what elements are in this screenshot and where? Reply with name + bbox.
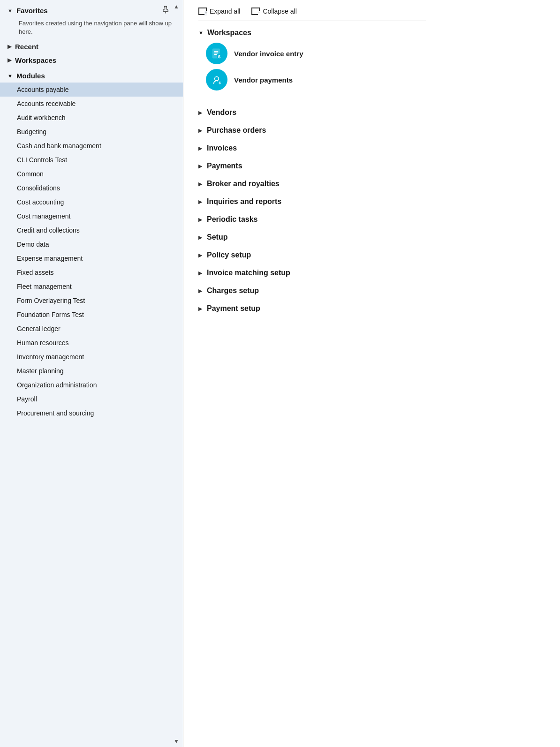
recent-label: Recent: [15, 43, 38, 51]
menu-section-label-policy-setup: Policy setup: [207, 251, 251, 259]
modules-section: ▼ Modules Accounts payableAccounts recei…: [0, 69, 183, 420]
menu-section-inquiries-reports[interactable]: ▶Inquiries and reports: [198, 193, 426, 211]
sidebar-item-demo-data[interactable]: Demo data: [0, 237, 183, 251]
sidebar-item-human-resources[interactable]: Human resources: [0, 336, 183, 350]
sidebar-item-consolidations[interactable]: Consolidations: [0, 181, 183, 195]
sidebar-item-procurement[interactable]: Procurement and sourcing: [0, 406, 183, 420]
menu-section-label-payment-setup: Payment setup: [207, 304, 260, 313]
modules-header[interactable]: ▼ Modules: [0, 69, 183, 83]
workspaces-label: Workspaces: [15, 56, 56, 64]
svg-point-7: [215, 77, 219, 81]
sidebar-item-fixed-assets[interactable]: Fixed assets: [0, 265, 183, 279]
purchase-orders-tri-icon: ▶: [198, 128, 202, 134]
sidebar-item-accounts-payable[interactable]: Accounts payable: [0, 83, 183, 97]
recent-expand-icon: ▶: [8, 44, 11, 50]
workspaces-tri-icon: ▼: [198, 30, 204, 36]
menu-section-broker-royalties[interactable]: ▶Broker and royalties: [198, 175, 426, 193]
workspaces-section: ▼ Workspaces $ Vendor invoice entry: [198, 29, 426, 98]
charges-setup-tri-icon: ▶: [198, 288, 202, 294]
menu-section-setup[interactable]: ▶Setup: [198, 228, 426, 246]
vendors-tri-icon: ▶: [198, 110, 202, 116]
right-menu-sections: ▶Vendors▶Purchase orders▶Invoices▶Paymen…: [198, 104, 426, 317]
workspace-item-vendor-payments[interactable]: $ Vendor payments: [206, 69, 426, 91]
payment-setup-tri-icon: ▶: [198, 306, 202, 312]
workspaces-section-header[interactable]: ▼ Workspaces: [198, 29, 426, 37]
sidebar-item-org-administration[interactable]: Organization administration: [0, 378, 183, 392]
favorites-expand-icon: ▼: [8, 8, 13, 14]
menu-section-invoices[interactable]: ▶Invoices: [198, 139, 426, 157]
sidebar-item-budgeting[interactable]: Budgeting: [0, 125, 183, 139]
menu-section-label-vendors: Vendors: [207, 108, 236, 117]
sidebar-item-cash-bank[interactable]: Cash and bank management: [0, 139, 183, 153]
menu-section-label-purchase-orders: Purchase orders: [207, 126, 266, 135]
workspaces-section-label: Workspaces: [207, 29, 251, 37]
sidebar-item-credit-collections[interactable]: Credit and collections: [0, 223, 183, 237]
sidebar-item-common[interactable]: Common: [0, 167, 183, 181]
sidebar-item-foundation-forms[interactable]: Foundation Forms Test: [0, 308, 183, 322]
sidebar-item-audit-workbench[interactable]: Audit workbench: [0, 111, 183, 125]
modules-label: Modules: [16, 72, 45, 80]
favorites-label: Favorites: [16, 7, 48, 15]
menu-section-policy-setup[interactable]: ▶Policy setup: [198, 246, 426, 264]
invoices-tri-icon: ▶: [198, 145, 202, 151]
collapse-all-label: Collapse all: [263, 8, 296, 15]
vendor-invoice-label: Vendor invoice entry: [234, 50, 303, 58]
menu-section-payment-setup[interactable]: ▶Payment setup: [198, 300, 426, 317]
sidebar-item-payroll[interactable]: Payroll: [0, 392, 183, 406]
sidebar-item-form-overlayering[interactable]: Form Overlayering Test: [0, 294, 183, 308]
policy-setup-tri-icon: ▶: [198, 252, 202, 258]
menu-section-label-inquiries-reports: Inquiries and reports: [207, 197, 281, 206]
left-nav-scroll: ▼ Favorites Favorites created using the …: [0, 0, 183, 747]
sidebar-item-cli-controls[interactable]: CLI Controls Test: [0, 153, 183, 167]
menu-section-payments[interactable]: ▶Payments: [198, 157, 426, 175]
recent-header[interactable]: ▶ Recent: [0, 40, 183, 53]
pin-icon[interactable]: [161, 6, 170, 16]
workspace-items: $ Vendor invoice entry $ Vendor payments: [206, 43, 426, 91]
svg-text:$: $: [219, 81, 221, 85]
menu-section-label-setup: Setup: [207, 233, 227, 241]
menu-section-vendors[interactable]: ▶Vendors: [198, 104, 426, 121]
sidebar-item-cost-accounting[interactable]: Cost accounting: [0, 195, 183, 209]
menu-section-charges-setup[interactable]: ▶Charges setup: [198, 282, 426, 300]
favorites-header[interactable]: ▼ Favorites: [0, 4, 183, 17]
expand-all-button[interactable]: + Expand all: [198, 8, 240, 15]
menu-section-label-payments: Payments: [207, 162, 242, 170]
vendor-invoice-icon-circle: $: [206, 43, 227, 64]
menu-section-label-invoices: Invoices: [207, 144, 237, 152]
menu-section-label-periodic-tasks: Periodic tasks: [207, 215, 258, 224]
sidebar-item-accounts-receivable[interactable]: Accounts receivable: [0, 97, 183, 111]
modules-list: Accounts payableAccounts receivableAudit…: [0, 83, 183, 420]
broker-royalties-tri-icon: ▶: [198, 181, 202, 187]
collapse-all-button[interactable]: − Collapse all: [251, 8, 296, 15]
payments-tri-icon: ▶: [198, 163, 202, 169]
menu-section-label-charges-setup: Charges setup: [207, 287, 259, 295]
inquiries-reports-tri-icon: ▶: [198, 199, 202, 205]
sidebar-item-general-ledger[interactable]: General ledger: [0, 322, 183, 336]
invoice-matching-tri-icon: ▶: [198, 270, 202, 276]
menu-section-invoice-matching[interactable]: ▶Invoice matching setup: [198, 264, 426, 282]
vendor-payments-label: Vendor payments: [234, 76, 293, 84]
left-nav-panel: ▲ ▼ Favorites Favorites created using th…: [0, 0, 183, 747]
setup-tri-icon: ▶: [198, 234, 202, 241]
menu-section-periodic-tasks[interactable]: ▶Periodic tasks: [198, 211, 426, 228]
toolbar: + Expand all − Collapse all: [198, 0, 426, 21]
scroll-down-arrow[interactable]: ▼: [170, 736, 183, 747]
workspaces-header[interactable]: ▶ Workspaces: [0, 53, 183, 67]
modules-expand-icon: ▼: [8, 73, 13, 79]
menu-section-purchase-orders[interactable]: ▶Purchase orders: [198, 121, 426, 139]
vendor-payments-icon-circle: $: [206, 69, 227, 91]
sidebar-item-fleet-management[interactable]: Fleet management: [0, 279, 183, 294]
expand-all-label: Expand all: [210, 8, 240, 15]
periodic-tasks-tri-icon: ▶: [198, 217, 202, 223]
workspaces-expand-icon: ▶: [8, 57, 11, 63]
workspace-item-vendor-invoice[interactable]: $ Vendor invoice entry: [206, 43, 426, 64]
sidebar-item-master-planning[interactable]: Master planning: [0, 364, 183, 378]
menu-section-label-invoice-matching: Invoice matching setup: [207, 269, 290, 277]
sidebar-item-inventory-management[interactable]: Inventory management: [0, 350, 183, 364]
favorites-desc: Favorites created using the navigation p…: [0, 17, 183, 40]
svg-text:$: $: [218, 54, 221, 59]
menu-section-label-broker-royalties: Broker and royalties: [207, 180, 280, 188]
scroll-up-arrow[interactable]: ▲: [170, 0, 183, 13]
sidebar-item-cost-management[interactable]: Cost management: [0, 209, 183, 223]
sidebar-item-expense-management[interactable]: Expense management: [0, 251, 183, 265]
